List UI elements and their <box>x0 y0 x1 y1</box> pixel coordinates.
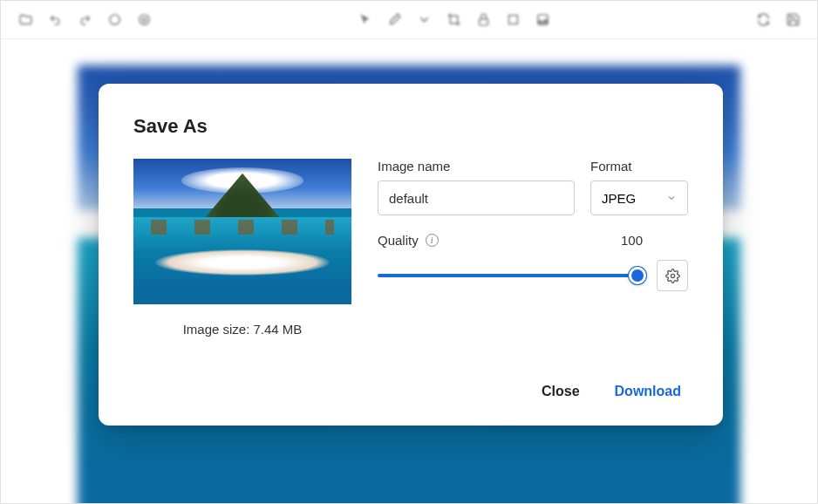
toolbar-right <box>754 11 801 29</box>
close-button[interactable]: Close <box>542 384 580 399</box>
save-as-dialog: Save As Image size: 7.44 MB Image name F… <box>99 84 723 426</box>
svg-rect-3 <box>479 19 487 25</box>
lock-icon <box>474 11 492 29</box>
svg-point-1 <box>139 15 148 24</box>
format-label: Format <box>590 159 688 174</box>
refresh-icon <box>754 11 772 29</box>
toolbar-left <box>17 11 153 29</box>
redo-icon <box>76 11 93 29</box>
target-icon <box>135 11 153 29</box>
undo-icon <box>46 11 64 29</box>
open-icon <box>17 11 34 29</box>
toolbar <box>1 1 817 39</box>
image-name-label: Image name <box>378 159 575 174</box>
quality-slider[interactable] <box>378 265 644 286</box>
crop-icon <box>445 11 462 29</box>
format-select[interactable]: JPEG <box>590 180 688 215</box>
svg-rect-4 <box>508 16 517 24</box>
image-icon <box>534 11 551 29</box>
dialog-title: Save As <box>133 115 688 138</box>
download-button[interactable]: Download <box>615 384 681 399</box>
svg-point-0 <box>109 15 119 24</box>
gear-icon <box>665 269 680 283</box>
image-name-input[interactable] <box>378 180 575 215</box>
advanced-settings-button[interactable] <box>657 260 688 291</box>
slider-thumb[interactable] <box>629 267 646 284</box>
quality-label: Quality <box>378 233 419 248</box>
image-size-label: Image size: 7.44 MB <box>133 322 351 337</box>
info-icon[interactable]: i <box>426 234 439 247</box>
svg-point-2 <box>142 17 146 21</box>
chevron-down-icon <box>415 11 433 29</box>
cursor-icon <box>356 11 373 29</box>
pen-icon <box>385 11 403 29</box>
square-icon <box>504 11 521 29</box>
circle-icon <box>106 11 123 29</box>
format-value: JPEG <box>602 191 636 206</box>
quality-value: 100 <box>621 233 643 248</box>
save-icon <box>784 11 801 29</box>
svg-point-6 <box>671 274 674 277</box>
chevron-down-icon <box>666 193 677 203</box>
toolbar-center <box>356 11 551 29</box>
preview-thumbnail <box>133 159 351 304</box>
